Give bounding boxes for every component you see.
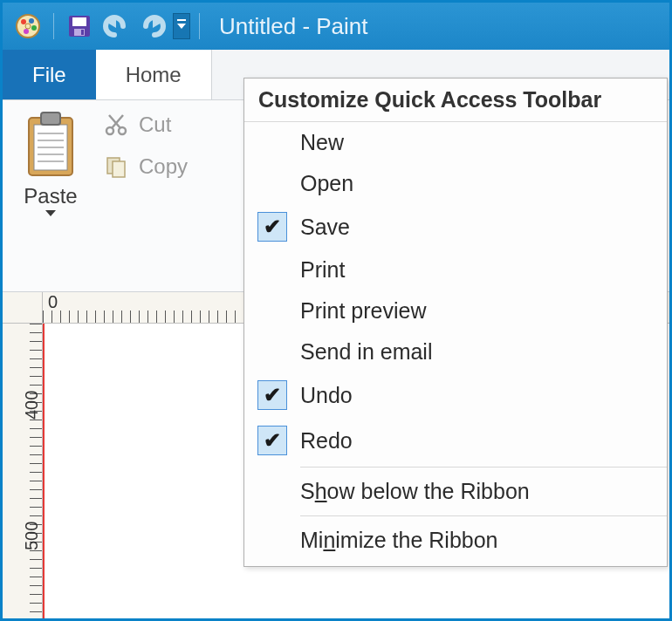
qat-separator bbox=[53, 13, 54, 39]
vertical-ruler: 400 500 bbox=[3, 324, 43, 618]
menu-separator bbox=[300, 467, 667, 467]
menu-item-label: Print preview bbox=[300, 298, 427, 324]
svg-point-1 bbox=[21, 19, 26, 24]
window-title: Untitled - Paint bbox=[219, 13, 368, 40]
menu-item-label: Save bbox=[300, 215, 350, 240]
clipboard-icon bbox=[24, 111, 78, 179]
tab-home[interactable]: Home bbox=[96, 50, 212, 99]
qat-menu-title: Customize Quick Access Toolbar bbox=[244, 78, 667, 122]
cut-button[interactable]: Cut bbox=[102, 111, 188, 139]
menu-item-label: Redo bbox=[300, 428, 353, 454]
paste-label: Paste bbox=[24, 184, 77, 208]
menu-item-label: Undo bbox=[300, 383, 353, 408]
copy-button[interactable]: Copy bbox=[102, 153, 188, 181]
ruler-label: 0 bbox=[48, 292, 58, 312]
qat-menu-item-undo[interactable]: ✔ Undo bbox=[244, 372, 667, 418]
ruler-corner bbox=[3, 292, 43, 324]
qat-menu-item-new[interactable]: New bbox=[244, 122, 667, 163]
qat-customize-dropdown[interactable] bbox=[173, 13, 190, 39]
qat-separator bbox=[199, 13, 200, 39]
svg-point-2 bbox=[29, 18, 34, 24]
svg-point-5 bbox=[25, 24, 31, 29]
menu-item-label: New bbox=[300, 130, 344, 155]
menu-separator bbox=[300, 515, 667, 516]
undo-icon[interactable] bbox=[99, 10, 133, 43]
save-icon[interactable] bbox=[63, 10, 96, 43]
check-icon: ✔ bbox=[257, 380, 287, 410]
qat-menu-item-open[interactable]: Open bbox=[244, 163, 667, 204]
tab-file[interactable]: File bbox=[3, 50, 96, 99]
chevron-down-icon[interactable] bbox=[45, 210, 56, 216]
scissors-icon bbox=[102, 111, 130, 139]
redo-icon[interactable] bbox=[136, 10, 169, 43]
cut-label: Cut bbox=[139, 113, 171, 137]
ruler-label: 500 bbox=[22, 522, 42, 550]
menu-item-label: Open bbox=[300, 171, 353, 196]
svg-rect-9 bbox=[81, 30, 84, 35]
menu-item-label: Print bbox=[300, 257, 345, 283]
svg-point-3 bbox=[31, 25, 37, 31]
qat-menu-item-redo[interactable]: ✔ Redo bbox=[244, 418, 667, 463]
title-bar: Untitled - Paint bbox=[3, 3, 669, 50]
paint-app-icon[interactable] bbox=[11, 10, 45, 43]
qat-menu-item-show-below[interactable]: Show below the Ribbon bbox=[244, 471, 667, 512]
svg-rect-14 bbox=[41, 113, 60, 125]
copy-label: Copy bbox=[139, 154, 188, 179]
check-icon: ✔ bbox=[257, 212, 287, 242]
ruler-label: 400 bbox=[22, 391, 42, 420]
qat-menu-item-save[interactable]: ✔ Save bbox=[244, 204, 667, 249]
menu-item-label: Minimize the Ribbon bbox=[300, 528, 498, 553]
qat-menu-item-print[interactable]: Print bbox=[244, 249, 667, 290]
qat-menu-item-minimize-ribbon[interactable]: Minimize the Ribbon bbox=[244, 520, 667, 561]
svg-rect-7 bbox=[72, 17, 86, 26]
svg-rect-25 bbox=[113, 161, 125, 177]
copy-icon bbox=[102, 153, 130, 181]
check-icon: ✔ bbox=[257, 426, 287, 455]
qat-menu-item-send-email[interactable]: Send in email bbox=[244, 331, 667, 372]
paste-button[interactable]: Paste bbox=[11, 109, 90, 256]
qat-customize-menu: Customize Quick Access Toolbar New Open … bbox=[243, 78, 668, 567]
menu-item-label: Send in email bbox=[300, 339, 432, 365]
quick-access-toolbar bbox=[11, 10, 205, 43]
qat-menu-item-print-preview[interactable]: Print preview bbox=[244, 290, 667, 331]
menu-item-label: Show below the Ribbon bbox=[300, 479, 530, 504]
svg-point-4 bbox=[24, 29, 29, 34]
